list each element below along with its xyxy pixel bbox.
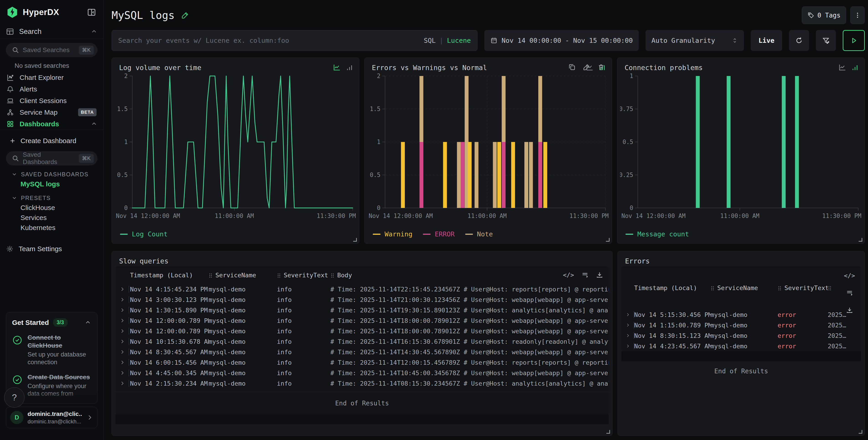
bar-chart-toggle-icon[interactable] — [345, 63, 353, 71]
saved-dashboards-section[interactable]: SAVED DASHBOARDS — [6, 169, 97, 179]
expand-row-icon[interactable] — [116, 307, 130, 313]
sidebar-item-chart-explorer[interactable]: Chart Explorer — [6, 72, 97, 83]
table-row[interactable]: Nov 14 3:00:30.123 PMmysql-demoinfo# Tim… — [116, 294, 609, 305]
code-view-icon[interactable]: </> — [563, 271, 574, 278]
legend-item[interactable]: Warning — [373, 230, 412, 238]
expand-row-icon[interactable] — [621, 343, 634, 349]
table-row[interactable]: Nov 14 8:30:45.567 AMmysql-demoinfo# Tim… — [116, 347, 609, 357]
expand-row-icon[interactable] — [621, 322, 634, 329]
wrap-lines-icon[interactable] — [846, 289, 853, 297]
connection-problems-chart[interactable]: 00.250.50.751Nov 14 12:00:00 AM11:00:00 … — [620, 72, 862, 221]
column-header[interactable]: SeverityText — [778, 284, 828, 292]
saved-dashboards-input[interactable]: Saved Dashboards ⌘K — [6, 151, 97, 165]
table-row[interactable]: Nov 14 6:00:15.456 AMmysql-demoinfo# Tim… — [116, 357, 609, 368]
line-chart-toggle-icon[interactable] — [333, 63, 341, 71]
run-query-button[interactable] — [843, 30, 865, 51]
column-header[interactable]: Timestamp (Local) — [634, 284, 710, 292]
download-icon[interactable] — [596, 271, 603, 278]
column-header[interactable]: Timestamp (Local) — [130, 272, 209, 279]
sidebar-item-service-map[interactable]: Service Map BETA — [6, 106, 97, 118]
legend-item[interactable]: Log Count — [120, 230, 167, 238]
expand-row-icon[interactable] — [116, 317, 130, 324]
table-row[interactable]: Nov 14 2:15:30.234 AMmysql-demoinfo# Tim… — [116, 378, 609, 388]
table-row[interactable]: Nov 14 10:15:30.678 AMmysql-demoinfo# Ti… — [116, 336, 609, 347]
drag-handle-icon[interactable] — [828, 285, 832, 291]
bar-chart-toggle-icon[interactable] — [598, 63, 607, 71]
chevron-up-icon[interactable] — [91, 121, 97, 127]
sidebar-item-search[interactable]: Search — [6, 25, 97, 39]
sidebar-item-services[interactable]: Services — [6, 213, 97, 223]
sql-mode-toggle[interactable]: SQL — [424, 37, 436, 44]
bar-chart-toggle-icon[interactable] — [851, 63, 859, 71]
drag-handle-icon[interactable] — [331, 273, 335, 278]
line-chart-toggle-icon[interactable] — [838, 63, 846, 71]
saved-searches-input[interactable]: Saved Searches ⌘K — [6, 43, 97, 57]
help-button[interactable]: ? — [4, 387, 25, 408]
table-row[interactable]: Nov 14 12:00:00.789 PMmysql-demoinfo# Ti… — [116, 326, 609, 336]
sidebar-item-alerts[interactable]: Alerts — [6, 83, 97, 95]
expand-row-icon[interactable] — [116, 296, 130, 303]
legend-dash-icon — [373, 234, 380, 235]
column-header[interactable]: SeverityText — [277, 272, 331, 279]
filter-button[interactable] — [816, 30, 836, 51]
table-row[interactable]: Nov 14 4:15:45.234 PMmysql-demoinfo# Tim… — [116, 284, 609, 294]
svg-text:1: 1 — [629, 73, 633, 79]
drag-handle-icon[interactable] — [277, 273, 281, 278]
live-button[interactable]: Live — [751, 30, 782, 51]
chevron-up-icon[interactable] — [91, 28, 97, 35]
legend-item[interactable]: Message count — [625, 230, 689, 238]
column-header[interactable]: ServiceName — [209, 272, 277, 279]
chevron-up-icon[interactable] — [85, 319, 91, 326]
table-row[interactable]: Nov 14 12:00:00.789 PMmysql-demoinfo# Ti… — [116, 315, 609, 326]
expand-row-icon[interactable] — [116, 359, 130, 366]
sidebar-item-clickhouse[interactable]: ClickHouse — [6, 203, 97, 213]
table-row[interactable]: Nov 14 5:15:30.456 PMmysql-demoerror2025… — [621, 309, 861, 320]
line-chart-toggle-icon[interactable] — [585, 63, 594, 71]
table-row[interactable]: Nov 14 1:15:00.789 PMmysql-demoerror2025… — [621, 320, 861, 330]
sidebar-collapse-icon[interactable] — [86, 6, 97, 18]
legend-item[interactable]: Note — [465, 230, 493, 238]
duplicate-panel-icon[interactable] — [568, 63, 576, 71]
create-dashboard-button[interactable]: Create Dashboard — [6, 134, 97, 147]
drag-handle-icon[interactable] — [778, 285, 782, 291]
expand-row-icon[interactable] — [621, 332, 634, 339]
wrap-lines-icon[interactable] — [581, 271, 589, 278]
event-search-input[interactable]: Search your events w/ Lucene ex. column:… — [112, 30, 477, 51]
sidebar-item-team-settings[interactable]: Team Settings — [6, 242, 97, 256]
refresh-button[interactable] — [789, 30, 809, 51]
expand-row-icon[interactable] — [116, 338, 130, 345]
get-started-item-connect[interactable]: Connect to ClickHouse Set up your databa… — [12, 334, 91, 366]
tags-button[interactable]: 0 Tags — [802, 6, 846, 24]
dashboard-menu-button[interactable] — [850, 6, 865, 24]
sidebar-item-client-sessions[interactable]: Client Sessions — [6, 95, 97, 106]
sidebar-item-dashboards[interactable]: Dashboards — [6, 118, 97, 130]
severity-cell: info — [277, 296, 331, 303]
lucene-mode-toggle[interactable]: Lucene — [447, 37, 471, 44]
granularity-select[interactable]: Auto Granularity — [646, 30, 744, 51]
expand-row-icon[interactable] — [116, 348, 130, 356]
code-view-icon[interactable]: </> — [844, 272, 855, 279]
legend-item[interactable]: ERROR — [423, 230, 455, 238]
expand-row-icon[interactable] — [621, 311, 634, 318]
expand-row-icon[interactable] — [116, 328, 130, 334]
download-icon[interactable] — [846, 306, 853, 314]
column-header[interactable]: ServiceName — [710, 284, 778, 292]
table-row[interactable]: Nov 14 1:30:15.890 PMmysql-demoinfo# Tim… — [116, 305, 609, 315]
edit-title-icon[interactable] — [181, 11, 189, 19]
table-row[interactable]: Nov 14 4:45:00.345 AMmysql-demoinfo# Tim… — [116, 368, 609, 378]
sidebar-item-kubernetes[interactable]: Kubernetes — [6, 223, 97, 233]
date-range-picker[interactable]: Nov 14 00:00:00 - Nov 15 00:00:00 — [484, 30, 639, 51]
table-row[interactable]: Nov 14 8:30:15.123 AMmysql-demoerror2025… — [621, 330, 861, 341]
sidebar-item-mysql-logs[interactable]: MySQL logs — [6, 179, 97, 189]
drag-handle-icon[interactable] — [710, 285, 715, 291]
panel-gap — [116, 414, 609, 424]
presets-section[interactable]: PRESETS — [6, 193, 97, 203]
table-row[interactable]: Nov 14 4:23:45.567 AMmysql-demoerror2025… — [621, 341, 861, 351]
expand-row-icon[interactable] — [116, 380, 130, 387]
expand-row-icon[interactable] — [116, 370, 130, 376]
drag-handle-icon[interactable] — [209, 273, 213, 278]
log-volume-chart[interactable]: 00.511.52Nov 14 12:00:00 AM11:00:00 AM11… — [115, 72, 356, 221]
errors-warnings-chart[interactable]: 00.511.52Nov 14 12:00:00 AM11:00:00 AM11… — [367, 72, 609, 221]
user-menu[interactable]: D dominic.tran@clic... dominic.tran@clic… — [6, 407, 97, 428]
expand-row-icon[interactable] — [116, 286, 130, 293]
